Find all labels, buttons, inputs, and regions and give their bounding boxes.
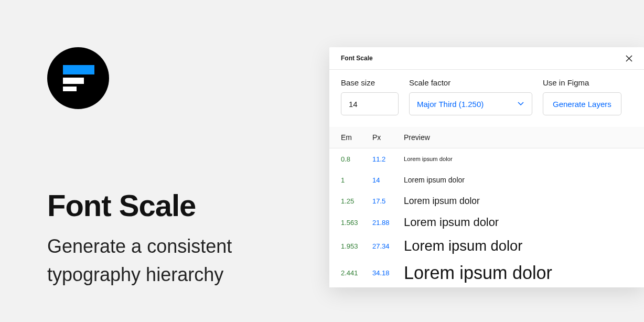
base-size-label: Base size bbox=[341, 78, 399, 87]
table-row: 1.56321.88Lorem ipsum dolor bbox=[329, 211, 644, 233]
figma-group: Use in Figma Generate Layers bbox=[543, 78, 621, 115]
plugin-header: Font Scale bbox=[329, 47, 644, 70]
px-value: 21.88 bbox=[372, 219, 404, 227]
base-size-group: Base size bbox=[341, 78, 399, 115]
col-header-em: Em bbox=[341, 133, 372, 142]
table-row: 1.95327.34Lorem ipsum dolor bbox=[329, 233, 644, 259]
generate-layers-button[interactable]: Generate Layers bbox=[543, 92, 621, 115]
px-value: 34.18 bbox=[372, 269, 404, 277]
plugin-window: Font Scale Base size Scale factor Major … bbox=[329, 47, 644, 287]
em-value: 1.563 bbox=[341, 219, 372, 227]
table-row: 1.2517.5Lorem ipsum dolor bbox=[329, 190, 644, 211]
table-row: 114Lorem ipsum dolor bbox=[329, 169, 644, 190]
table-row: 0.811.2Lorem ipsum dolor bbox=[329, 148, 644, 169]
em-value: 1.953 bbox=[341, 242, 372, 250]
table-header: Em Px Preview bbox=[329, 127, 644, 148]
px-value: 11.2 bbox=[372, 155, 404, 163]
controls-row: Base size Scale factor Major Third (1.25… bbox=[329, 70, 644, 127]
scale-factor-value: Major Third (1.250) bbox=[417, 100, 484, 109]
preview-text: Lorem ipsum dolor bbox=[404, 156, 632, 162]
figma-label: Use in Figma bbox=[543, 78, 621, 87]
app-logo bbox=[47, 47, 109, 109]
em-value: 0.8 bbox=[341, 155, 372, 163]
em-value: 1.25 bbox=[341, 197, 372, 205]
scale-table: Em Px Preview 0.811.2Lorem ipsum dolor11… bbox=[329, 127, 644, 287]
preview-text: Lorem ipsum dolor bbox=[404, 216, 632, 229]
px-value: 17.5 bbox=[372, 197, 404, 205]
em-value: 1 bbox=[341, 176, 372, 184]
close-icon[interactable] bbox=[626, 55, 632, 62]
px-value: 14 bbox=[372, 176, 404, 184]
scale-factor-select[interactable]: Major Third (1.250) bbox=[409, 92, 532, 115]
plugin-title: Font Scale bbox=[341, 55, 373, 62]
base-size-input[interactable] bbox=[341, 92, 399, 115]
scale-factor-label: Scale factor bbox=[409, 78, 532, 87]
preview-text: Lorem ipsum dolor bbox=[404, 176, 632, 184]
preview-text: Lorem ipsum dolor bbox=[404, 263, 632, 283]
preview-text: Lorem ipsum dolor bbox=[404, 196, 632, 207]
chevron-down-icon bbox=[517, 100, 524, 109]
px-value: 27.34 bbox=[372, 242, 404, 250]
hero-subtitle: Generate a consistent typography hierarc… bbox=[47, 232, 309, 289]
em-value: 2.441 bbox=[341, 269, 372, 277]
preview-text: Lorem ipsum dolor bbox=[404, 238, 632, 254]
scale-factor-group: Scale factor Major Third (1.250) bbox=[409, 78, 532, 115]
table-row: 2.44134.18Lorem ipsum dolor bbox=[329, 259, 644, 287]
col-header-preview: Preview bbox=[404, 133, 632, 142]
hero-title: Font Scale bbox=[47, 188, 309, 223]
col-header-px: Px bbox=[372, 133, 404, 142]
hero-panel: Font Scale Generate a consistent typogra… bbox=[47, 47, 309, 289]
